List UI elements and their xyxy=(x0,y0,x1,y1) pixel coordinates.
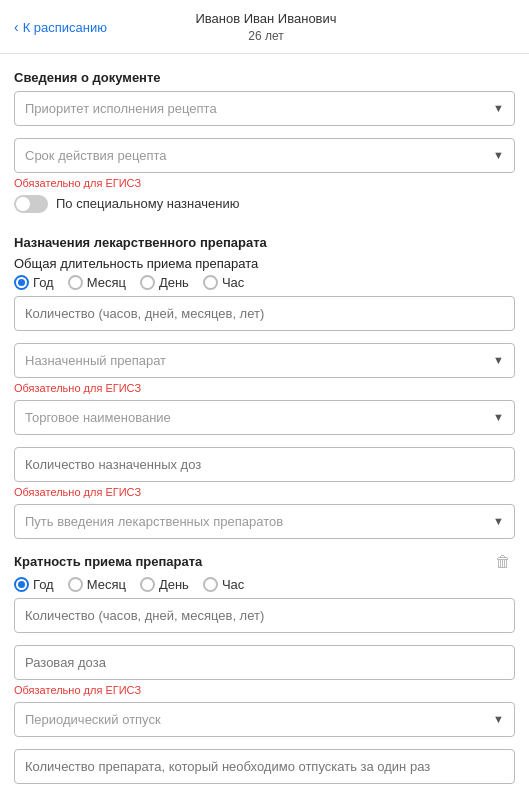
single-dose-required: Обязательно для ЕГИСЗ xyxy=(14,684,515,696)
header: ‹ К расписанию Иванов Иван Иванович 26 л… xyxy=(0,0,529,54)
main-content: Сведения о документе Приоритет исполнени… xyxy=(0,54,529,796)
patient-info: Иванов Иван Иванович 26 лет xyxy=(195,10,336,45)
freq-radio-day[interactable] xyxy=(140,577,155,592)
trade-name-placeholder: Торговое наименование xyxy=(25,410,171,425)
priority-placeholder: Приоритет исполнения рецепта xyxy=(25,101,217,116)
duration-subtitle: Общая длительность приема препарата xyxy=(14,256,515,271)
validity-placeholder: Срок действия рецепта xyxy=(25,148,167,163)
trade-name-select[interactable]: Торговое наименование ▼ xyxy=(14,400,515,435)
document-section-title: Сведения о документе xyxy=(14,70,515,85)
duration-radio-day[interactable] xyxy=(140,275,155,290)
patient-age: 26 лет xyxy=(195,28,336,45)
freq-label-year: Год xyxy=(33,577,54,592)
validity-select[interactable]: Срок действия рецепта ▼ xyxy=(14,138,515,173)
periodic-placeholder: Периодический отпуск xyxy=(25,712,161,727)
freq-radio-hour[interactable] xyxy=(203,577,218,592)
delete-frequency-button[interactable]: 🗑 xyxy=(491,551,515,573)
chevron-down-icon-2: ▼ xyxy=(493,149,504,161)
duration-option-hour[interactable]: Час xyxy=(203,275,244,290)
special-toggle-row: По специальному назначению xyxy=(14,195,515,213)
back-label: К расписанию xyxy=(23,20,107,35)
release-qty-input[interactable] xyxy=(14,749,515,784)
duration-option-year[interactable]: Год xyxy=(14,275,54,290)
doses-input[interactable] xyxy=(14,447,515,482)
chevron-left-icon: ‹ xyxy=(14,19,19,35)
frequency-radio-group: Год Месяц День Час xyxy=(14,577,515,592)
freq-option-month[interactable]: Месяц xyxy=(68,577,126,592)
duration-label-month: Месяц xyxy=(87,275,126,290)
patient-name: Иванов Иван Иванович xyxy=(195,10,336,28)
freq-option-hour[interactable]: Час xyxy=(203,577,244,592)
freq-option-year[interactable]: Год xyxy=(14,577,54,592)
frequency-section-header: Кратность приема препарата 🗑 xyxy=(14,551,515,573)
route-select[interactable]: Путь введения лекарственных препаратов ▼ xyxy=(14,504,515,539)
chevron-down-icon-4: ▼ xyxy=(493,411,504,423)
duration-radio-year[interactable] xyxy=(14,275,29,290)
chevron-down-icon: ▼ xyxy=(493,102,504,114)
chevron-down-icon-6: ▼ xyxy=(493,713,504,725)
doses-required: Обязательно для ЕГИСЗ xyxy=(14,486,515,498)
chevron-down-icon-5: ▼ xyxy=(493,515,504,527)
drug-required: Обязательно для ЕГИСЗ xyxy=(14,382,515,394)
drug-placeholder: Назначенный препарат xyxy=(25,353,166,368)
special-label: По специальному назначению xyxy=(56,196,239,211)
special-toggle[interactable] xyxy=(14,195,48,213)
frequency-section-title: Кратность приема препарата xyxy=(14,554,202,569)
duration-radio-group: Год Месяц День Час xyxy=(14,275,515,290)
validity-required: Обязательно для ЕГИСЗ xyxy=(14,177,515,189)
duration-label-hour: Час xyxy=(222,275,244,290)
freq-option-day[interactable]: День xyxy=(140,577,189,592)
periodic-select[interactable]: Периодический отпуск ▼ xyxy=(14,702,515,737)
duration-label-year: Год xyxy=(33,275,54,290)
quantity-input[interactable] xyxy=(14,296,515,331)
duration-radio-hour[interactable] xyxy=(203,275,218,290)
single-dose-input[interactable] xyxy=(14,645,515,680)
route-placeholder: Путь введения лекарственных препаратов xyxy=(25,514,283,529)
chevron-down-icon-3: ▼ xyxy=(493,354,504,366)
duration-option-month[interactable]: Месяц xyxy=(68,275,126,290)
freq-label-month: Месяц xyxy=(87,577,126,592)
freq-label-hour: Час xyxy=(222,577,244,592)
duration-label-day: День xyxy=(159,275,189,290)
freq-radio-year[interactable] xyxy=(14,577,29,592)
priority-select[interactable]: Приоритет исполнения рецепта ▼ xyxy=(14,91,515,126)
back-button[interactable]: ‹ К расписанию xyxy=(14,19,107,35)
freq-label-day: День xyxy=(159,577,189,592)
medication-section-title: Назначения лекарственного препарата xyxy=(14,235,515,250)
freq-radio-month[interactable] xyxy=(68,577,83,592)
drug-select[interactable]: Назначенный препарат ▼ xyxy=(14,343,515,378)
duration-radio-month[interactable] xyxy=(68,275,83,290)
duration-option-day[interactable]: День xyxy=(140,275,189,290)
freq-quantity-input[interactable] xyxy=(14,598,515,633)
